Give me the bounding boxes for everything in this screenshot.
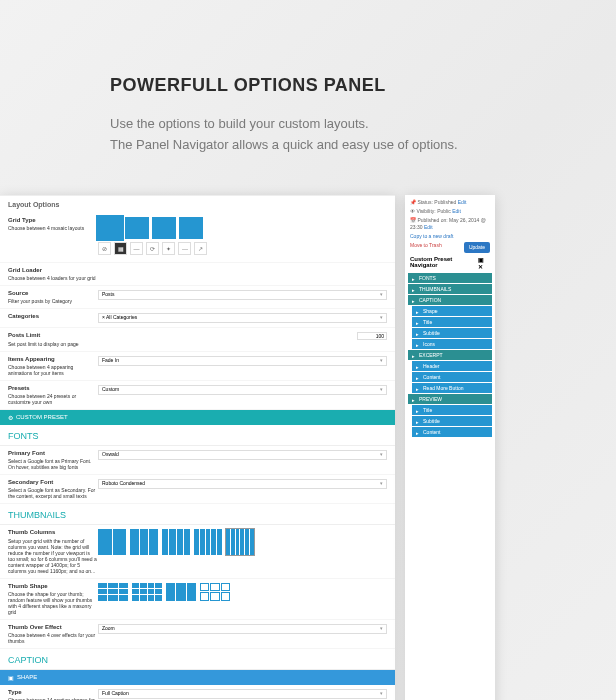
nav-icon: ▸	[416, 419, 421, 424]
loader-1[interactable]: ▦	[114, 242, 127, 255]
custom-preset-bar[interactable]: ⚙CUSTOM PRESET	[0, 410, 395, 425]
nav-item-caption[interactable]: ▸CAPTION	[408, 295, 492, 305]
grid-type-option-4[interactable]	[179, 217, 203, 239]
pin-icon: 📌	[410, 199, 416, 205]
edit-date-link[interactable]: Edit	[424, 224, 433, 230]
grid-type-label: Grid TypeChoose between 4 mosaic layouts	[8, 217, 98, 258]
nav-icon: ▸	[416, 320, 421, 325]
thumb-col-2[interactable]	[98, 529, 126, 555]
eye-icon: 👁	[410, 208, 415, 214]
secondary-font-select[interactable]: Roboto Condensed	[98, 479, 387, 489]
thumb-shape-label: Thumb ShapeChoose the shape for your thu…	[8, 583, 98, 615]
source-label: SourceFilter your posts by Category	[8, 290, 98, 304]
nav-item-title[interactable]: ▸Title	[412, 317, 492, 327]
calendar-icon: 📅	[410, 217, 416, 223]
nav-item-thumbnails[interactable]: ▸THUMBNAILS	[408, 284, 492, 294]
thumbnails-heading: THUMBNAILS	[0, 504, 395, 525]
edit-status-link[interactable]: Edit	[458, 199, 467, 205]
nav-item-subtitle[interactable]: ▸Subtitle	[412, 416, 492, 426]
secondary-font-label: Secondary FontSelect a Google font as Se…	[8, 479, 98, 499]
nav-icon: ▸	[416, 375, 421, 380]
type-select[interactable]: Full Caption	[98, 689, 387, 699]
fonts-heading: FONTS	[0, 425, 395, 446]
page-subtitle-1: Use the options to build your custom lay…	[110, 114, 616, 135]
copy-draft-link[interactable]: Copy to a new draft	[410, 233, 453, 239]
nav-icon: ▸	[416, 386, 421, 391]
items-appearing-label: Items AppearingChoose between 4 appearin…	[8, 356, 98, 376]
posts-limit-label: Posts LimitSet post limit to display on …	[8, 332, 98, 346]
grid-type-option-3[interactable]	[152, 217, 176, 239]
thumb-shape-2[interactable]	[132, 583, 162, 601]
nav-item-preview[interactable]: ▸PREVIEW	[408, 394, 492, 404]
loader-2[interactable]: —	[130, 242, 143, 255]
nav-item-title[interactable]: ▸Title	[412, 405, 492, 415]
thumb-shape-4[interactable]	[200, 583, 230, 601]
primary-font-label: Primary FontSelect a Google font as Prim…	[8, 450, 98, 470]
nav-icon: ▸	[416, 331, 421, 336]
thumb-over-label: Thumb Over EffectChoose between 4 over e…	[8, 624, 98, 644]
thumb-over-select[interactable]: Zoom	[98, 624, 387, 634]
nav-icon: ▸	[412, 353, 417, 358]
nav-icon: ▸	[412, 298, 417, 303]
nav-item-read-more-button[interactable]: ▸Read More Button	[412, 383, 492, 393]
nav-item-content[interactable]: ▸Content	[412, 427, 492, 437]
thumb-shape-3[interactable]	[166, 583, 196, 601]
type-label: TypeChoose between 14 caption shapes for…	[8, 689, 98, 700]
nav-icon: ▸	[416, 408, 421, 413]
page-subtitle-2: The Panel Navigator allows a quick and e…	[110, 135, 616, 156]
thumb-col-4[interactable]	[162, 529, 190, 555]
preset-navigator-title: Custom Preset Navigator▣ ✕	[408, 253, 492, 273]
nav-item-content[interactable]: ▸Content	[412, 372, 492, 382]
caption-heading: CAPTION	[0, 649, 395, 670]
categories-select[interactable]: × All Categories	[98, 313, 387, 323]
grid-type-option-1[interactable]	[98, 217, 122, 239]
move-trash-link[interactable]: Move to Trash	[410, 242, 442, 248]
shape-icon: ▣	[8, 674, 14, 681]
nav-item-excerpt[interactable]: ▸EXCERPT	[408, 350, 492, 360]
layout-options-heading: Layout Options	[0, 195, 395, 213]
nav-item-icons[interactable]: ▸Icons	[412, 339, 492, 349]
source-select[interactable]: Posts	[98, 290, 387, 300]
loader-5[interactable]: ⋯	[178, 242, 191, 255]
loader-none[interactable]: ⊘	[98, 242, 111, 255]
posts-limit-input[interactable]: 100	[357, 332, 387, 340]
publish-panel: 📌 Status: Published Edit 👁 Visibility: P…	[405, 195, 495, 700]
nav-icon: ▸	[416, 430, 421, 435]
nav-icon: ▸	[412, 287, 417, 292]
page-title: POWERFULL OPTIONS PANEL	[110, 75, 616, 96]
nav-item-header[interactable]: ▸Header	[412, 361, 492, 371]
thumb-col-5[interactable]	[194, 529, 222, 555]
nav-icon: ▸	[412, 397, 417, 402]
loader-6[interactable]: ↗	[194, 242, 207, 255]
nav-item-subtitle[interactable]: ▸Subtitle	[412, 328, 492, 338]
options-panel: Layout Options Grid TypeChoose between 4…	[0, 195, 395, 700]
categories-label: Categories	[8, 313, 98, 323]
thumb-col-3[interactable]	[130, 529, 158, 555]
primary-font-select[interactable]: Oswald	[98, 450, 387, 460]
update-button[interactable]: Update	[464, 242, 490, 253]
nav-tools[interactable]: ▣ ✕	[478, 256, 490, 270]
thumb-columns-label: Thumb ColumnsSetup your grid with the nu…	[8, 529, 98, 573]
grid-loader-label: Grid LoaderChoose between 4 loaders for …	[8, 267, 98, 281]
nav-icon: ▸	[416, 342, 421, 347]
gear-icon: ⚙	[8, 414, 13, 421]
thumb-shape-1[interactable]	[98, 583, 128, 601]
presets-label: PresetsChoose between 24 presets or cust…	[8, 385, 98, 405]
nav-item-fonts[interactable]: ▸FONTS	[408, 273, 492, 283]
nav-icon: ▸	[416, 309, 421, 314]
loader-4[interactable]: ✦	[162, 242, 175, 255]
nav-icon: ▸	[416, 364, 421, 369]
nav-icon: ▸	[412, 276, 417, 281]
items-appearing-select[interactable]: Fade In	[98, 356, 387, 366]
loader-3[interactable]: ⟳	[146, 242, 159, 255]
grid-type-option-2[interactable]	[125, 217, 149, 239]
thumb-col-6[interactable]	[226, 529, 254, 555]
shape-bar[interactable]: ▣SHAPE	[0, 670, 395, 685]
presets-select[interactable]: Custom	[98, 385, 387, 395]
edit-visibility-link[interactable]: Edit	[452, 208, 461, 214]
nav-item-shape[interactable]: ▸Shape	[412, 306, 492, 316]
